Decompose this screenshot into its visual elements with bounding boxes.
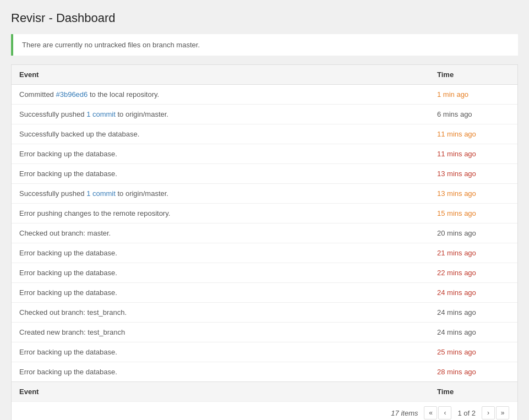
event-cell: Error backing up the database.: [12, 283, 429, 303]
time-cell: 24 mins ago: [429, 283, 517, 303]
time-cell: 13 mins ago: [429, 184, 517, 204]
event-cell: Successfully pushed 1 commit to origin/m…: [12, 184, 429, 204]
table-row: Error backing up the database.11 mins ag…: [12, 144, 517, 164]
table-row: Created new branch: test_branch24 mins a…: [12, 323, 517, 342]
event-text: Error backing up the database.: [19, 269, 117, 277]
event-text: Committed: [19, 90, 56, 99]
event-text: Checked out branch: master.: [19, 229, 111, 237]
notice-box: There are currently no untracked files o…: [11, 34, 518, 56]
time-cell: 24 mins ago: [429, 323, 517, 342]
time-cell: 15 mins ago: [429, 204, 517, 223]
pagination-items-count: 17 items: [391, 409, 418, 417]
event-cell: Checked out branch: master.: [12, 223, 429, 243]
pagination-page-display: 1 of 2: [453, 406, 480, 419]
event-text: Error backing up the database.: [19, 150, 117, 158]
table-row: Error pushing changes to the remote repo…: [12, 204, 517, 223]
event-cell: Error backing up the database.: [12, 362, 429, 382]
table-row: Error backing up the database.24 mins ag…: [12, 283, 517, 303]
event-text: Error backing up the database.: [19, 348, 117, 356]
event-text: Checked out branch: test_branch.: [19, 308, 127, 317]
event-text: Created new branch: test_branch: [19, 328, 125, 336]
event-cell: Error backing up the database.: [12, 263, 429, 283]
time-cell: 6 mins ago: [429, 105, 517, 124]
event-text: to the local repository.: [88, 90, 159, 99]
event-cell: Error backing up the database.: [12, 243, 429, 263]
table-row: Error backing up the database.22 mins ag…: [12, 263, 517, 283]
pagination-first-button[interactable]: «: [424, 406, 437, 419]
event-cell: Error backing up the database.: [12, 342, 429, 362]
event-cell: Error backing up the database.: [12, 164, 429, 184]
event-link[interactable]: 1 commit: [86, 110, 116, 118]
event-link[interactable]: 1 commit: [86, 189, 116, 198]
table-row: Error backing up the database.28 mins ag…: [12, 362, 517, 382]
table-row: Checked out branch: test_branch.24 mins …: [12, 303, 517, 323]
event-cell: Committed #3b96ed6 to the local reposito…: [12, 85, 429, 105]
event-text: Successfully pushed: [19, 110, 86, 118]
table-row: Error backing up the database.21 mins ag…: [12, 243, 517, 263]
time-cell: 21 mins ago: [429, 243, 517, 263]
event-cell: Error backing up the database.: [12, 144, 429, 164]
table-footer-row: Event Time: [12, 382, 517, 402]
time-column-footer: Time: [429, 382, 517, 402]
event-cell: Error pushing changes to the remote repo…: [12, 204, 429, 223]
time-cell: 25 mins ago: [429, 342, 517, 362]
event-text: Error pushing changes to the remote repo…: [19, 209, 170, 217]
event-text: Error backing up the database.: [19, 288, 117, 297]
table-row: Successfully backed up the database.11 m…: [12, 124, 517, 144]
time-cell: 28 mins ago: [429, 362, 517, 382]
time-cell: 11 mins ago: [429, 124, 517, 144]
time-cell: 20 mins ago: [429, 223, 517, 243]
pagination-next-button[interactable]: ›: [482, 406, 495, 419]
time-cell: 24 mins ago: [429, 303, 517, 323]
event-column-header: Event: [12, 65, 429, 85]
table-row: Checked out branch: master.20 mins ago: [12, 223, 517, 243]
time-cell: 13 mins ago: [429, 164, 517, 184]
event-link[interactable]: #3b96ed6: [56, 90, 88, 99]
table-row: Error backing up the database.25 mins ag…: [12, 342, 517, 362]
pagination-prev-button[interactable]: ‹: [438, 406, 451, 419]
event-cell: Successfully backed up the database.: [12, 124, 429, 144]
event-cell: Checked out branch: test_branch.: [12, 303, 429, 323]
event-text: to origin/master.: [116, 110, 168, 118]
time-column-header: Time: [429, 65, 517, 85]
pagination-last-button[interactable]: »: [496, 406, 509, 419]
page-title: Revisr - Dashboard: [11, 11, 518, 25]
table-header-row: Event Time: [12, 65, 517, 85]
table-row: Successfully pushed 1 commit to origin/m…: [12, 105, 517, 124]
events-table: Event Time Committed #3b96ed6 to the loc…: [12, 65, 517, 401]
table-row: Successfully pushed 1 commit to origin/m…: [12, 184, 517, 204]
event-text: Error backing up the database.: [19, 170, 117, 178]
event-cell: Created new branch: test_branch: [12, 323, 429, 342]
time-cell: 22 mins ago: [429, 263, 517, 283]
event-text: Error backing up the database.: [19, 368, 117, 376]
event-column-footer: Event: [12, 382, 429, 402]
notice-text: There are currently no untracked files o…: [22, 41, 200, 49]
table-row: Error backing up the database.13 mins ag…: [12, 164, 517, 184]
time-cell: 11 mins ago: [429, 144, 517, 164]
events-table-container: Event Time Committed #3b96ed6 to the loc…: [11, 64, 518, 420]
event-text: Error backing up the database.: [19, 249, 117, 257]
event-text: Successfully backed up the database.: [19, 130, 139, 138]
time-cell: 1 min ago: [429, 85, 517, 105]
event-text: Successfully pushed: [19, 189, 86, 198]
pagination-row: 17 items « ‹ 1 of 2 › »: [12, 401, 517, 420]
event-text: to origin/master.: [116, 189, 168, 198]
table-row: Committed #3b96ed6 to the local reposito…: [12, 85, 517, 105]
event-cell: Successfully pushed 1 commit to origin/m…: [12, 105, 429, 124]
